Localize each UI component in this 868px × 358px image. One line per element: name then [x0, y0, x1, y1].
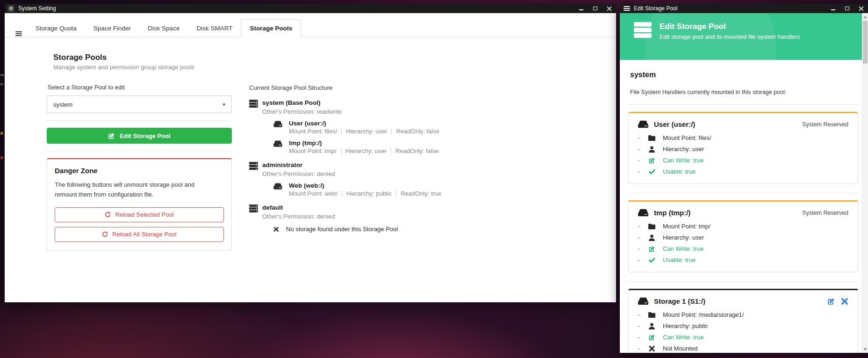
server-icon	[249, 162, 258, 170]
system-setting-window: ⚙ System Setting Storage Quota Space Fin…	[5, 4, 616, 302]
storage-name: Web (web:/)	[289, 182, 324, 190]
minimize-icon	[579, 9, 583, 10]
check-icon	[648, 257, 656, 263]
pool-permission: Other's Permission: readwrite	[262, 108, 520, 115]
divider	[396, 190, 396, 197]
divider	[628, 281, 858, 282]
user-icon	[648, 323, 656, 329]
divider	[341, 148, 341, 154]
pool-item-default: default Other's Permission: denied No st…	[249, 204, 520, 233]
scroll-up-arrow[interactable]	[862, 14, 868, 20]
edit-icon	[648, 157, 656, 164]
handler-card-storage1: Storage 1 (S1:/) Mount Point: /media/sto…	[628, 289, 858, 353]
edit-storage-pool-button[interactable]: Edit Storage Pool	[47, 128, 232, 144]
pool-select-dropdown[interactable]: system ▾	[47, 95, 232, 113]
close-icon	[607, 6, 612, 11]
x-icon	[648, 345, 656, 352]
pool-select-label: Select a Storage Pool to edit	[48, 84, 232, 91]
handler-row: Usable: true	[638, 256, 848, 263]
close-icon	[859, 6, 864, 11]
tab-storage-pools[interactable]: Storage Pools	[241, 19, 301, 37]
desktop-icon-fragment: xt	[0, 82, 3, 86]
panel-header: Edit Storage Pool Edit storage pool and …	[620, 13, 862, 60]
hamburger-menu-icon[interactable]	[624, 6, 630, 11]
hdd-icon	[638, 297, 648, 305]
close-button[interactable]	[854, 4, 868, 13]
edit-icon	[648, 334, 656, 341]
scrollbar[interactable]	[862, 13, 868, 353]
scroll-down-arrow[interactable]	[862, 346, 868, 352]
storage-name: tmp (tmp:/)	[289, 139, 322, 147]
pool-structure-column: Current Storage Pool Structure system (B…	[249, 84, 520, 239]
edit-handler-button[interactable]	[827, 298, 835, 305]
empty-pool-message: No storage found under this Storage Pool	[273, 226, 520, 233]
desktop-icon-fragment	[0, 156, 3, 159]
storage-details: Mount Point: tmp/ Hierarchy: user ReadOn…	[289, 147, 520, 154]
storage-item: Web (web:/) Mount Point: web/ Hierarchy:…	[273, 182, 520, 197]
reload-selected-pool-button[interactable]: Reload Selected Pool	[55, 207, 224, 222]
panel-subtitle: Edit storage pool and its mounted file s…	[660, 34, 800, 40]
divider	[391, 148, 391, 154]
scrollbar-thumb[interactable]	[863, 21, 868, 64]
remove-handler-button[interactable]	[841, 298, 848, 305]
tab-storage-quota[interactable]: Storage Quota	[27, 20, 85, 37]
system-reserved-badge: System Reserved	[802, 121, 848, 128]
handler-title: tmp (tmp:/)	[654, 209, 690, 217]
folder-icon	[648, 312, 656, 318]
reload-all-storage-pool-button[interactable]: Reload All Storage Pool	[55, 227, 224, 242]
handler-row: Can Write: true	[638, 245, 848, 252]
pool-item-system: system (Base Pool) Other's Permission: r…	[249, 99, 520, 154]
danger-zone-title: Danger Zone	[55, 167, 224, 175]
pool-name: default	[262, 204, 283, 212]
maximize-icon	[593, 7, 597, 10]
window-title: Edit Storage Pool	[634, 5, 677, 12]
close-button[interactable]	[602, 4, 616, 13]
edit-storage-pool-window: Edit Storage Pool Edit Storage Pool Edit…	[620, 4, 868, 353]
handler-row: Mount Point: tmp/	[638, 223, 848, 230]
page-title: Storage Pools	[53, 53, 232, 62]
handler-title: User (user:/)	[654, 120, 695, 128]
hdd-icon	[273, 183, 282, 190]
desktop-icon-fragment	[0, 132, 3, 135]
user-icon	[648, 146, 656, 153]
page-content: Storage Pools Manage system and permissi…	[5, 37, 616, 302]
pool-selector-column: Storage Pools Manage system and permissi…	[47, 53, 232, 251]
tab-disk-space[interactable]: Disk Space	[139, 20, 188, 37]
server-icon	[249, 100, 258, 108]
titlebar[interactable]: ⚙ System Setting	[5, 4, 616, 13]
check-icon	[648, 168, 656, 175]
pool-item-administrator: administrator Other's Permission: denied…	[249, 161, 520, 197]
handler-card-tmp: tmp (tmp:/) System Reserved Mount Point:…	[628, 200, 858, 272]
hdd-icon	[273, 121, 282, 127]
minimize-button[interactable]	[826, 4, 840, 13]
storage-item: User (user:/) Mount Point: files/ Hierar…	[273, 120, 520, 135]
user-icon	[648, 234, 656, 241]
pool-name: system (Base Pool)	[262, 99, 321, 107]
edit-icon	[648, 246, 656, 252]
structure-label: Current Storage Pool Structure	[249, 84, 520, 91]
handler-row: Hierarchy: user	[638, 234, 848, 241]
storage-item: tmp (tmp:/) Mount Point: tmp/ Hierarchy:…	[273, 139, 520, 154]
pool-permission: Other's Permission: denied	[262, 213, 520, 220]
folder-icon	[648, 135, 656, 141]
titlebar[interactable]: Edit Storage Pool	[620, 4, 868, 13]
pool-name: administrator	[262, 161, 302, 169]
refresh-icon	[102, 231, 108, 237]
tab-disk-smart[interactable]: Disk SMART	[188, 20, 241, 37]
handlers-description: File System Handlers currently mounted i…	[630, 89, 862, 95]
danger-zone-description: The following buttons will unmount stora…	[55, 180, 209, 200]
maximize-button[interactable]	[588, 4, 602, 13]
server-icon	[634, 22, 652, 38]
handler-row: Can Write: true	[638, 157, 848, 164]
divider	[47, 151, 232, 151]
minimize-button[interactable]	[574, 4, 588, 13]
panel-title: Edit Storage Pool	[660, 22, 800, 31]
tab-space-finder[interactable]: Space Finder	[85, 20, 139, 37]
edit-icon	[108, 132, 115, 139]
handler-row: Can Write: true	[638, 334, 848, 341]
maximize-icon	[845, 7, 849, 10]
handler-row: Hierarchy: public	[638, 322, 848, 329]
maximize-button[interactable]	[840, 4, 854, 13]
hdd-icon	[638, 209, 648, 217]
panel-body: Edit Storage Pool Edit storage pool and …	[620, 13, 862, 353]
